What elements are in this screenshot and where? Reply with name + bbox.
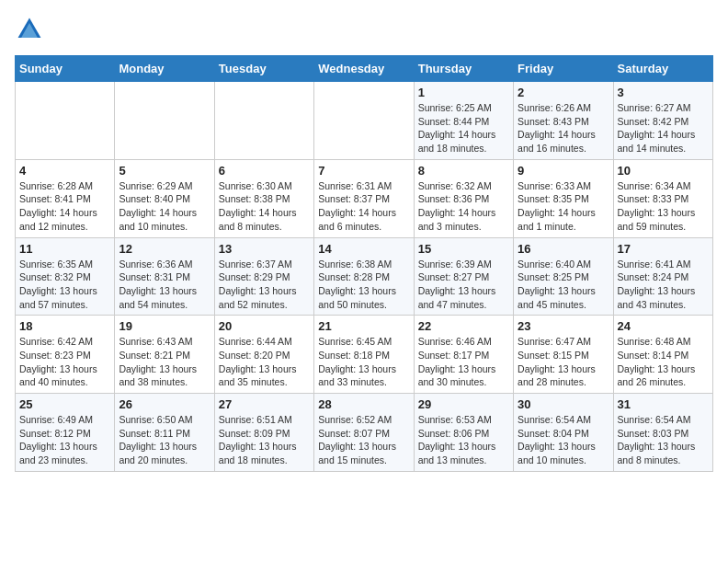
calendar-cell <box>115 82 214 160</box>
day-number: 21 <box>318 319 409 333</box>
day-number: 18 <box>19 319 110 333</box>
day-info: Sunrise: 6:50 AM Sunset: 8:11 PM Dayligh… <box>119 413 210 467</box>
calendar-cell: 12Sunrise: 6:36 AM Sunset: 8:31 PM Dayli… <box>115 237 214 316</box>
day-number: 5 <box>119 164 210 178</box>
day-number: 24 <box>618 319 709 333</box>
day-number: 13 <box>219 242 310 256</box>
calendar-cell: 16Sunrise: 6:40 AM Sunset: 8:25 PM Dayli… <box>514 237 613 316</box>
calendar-cell: 1Sunrise: 6:25 AM Sunset: 8:44 PM Daylig… <box>414 82 513 160</box>
day-number: 17 <box>618 242 709 256</box>
calendar-header-row: SundayMondayTuesdayWednesdayThursdayFrid… <box>16 56 713 82</box>
header-saturday: Saturday <box>613 56 712 82</box>
day-info: Sunrise: 6:42 AM Sunset: 8:23 PM Dayligh… <box>19 335 110 389</box>
logo <box>15 15 48 44</box>
calendar-cell: 19Sunrise: 6:43 AM Sunset: 8:21 PM Dayli… <box>115 316 214 394</box>
day-info: Sunrise: 6:29 AM Sunset: 8:40 PM Dayligh… <box>119 179 210 234</box>
page-header <box>15 15 713 44</box>
header-friday: Friday <box>514 56 613 82</box>
calendar-cell: 20Sunrise: 6:44 AM Sunset: 8:20 PM Dayli… <box>214 316 313 394</box>
day-number: 1 <box>418 86 509 99</box>
day-number: 14 <box>318 242 409 256</box>
day-info: Sunrise: 6:26 AM Sunset: 8:43 PM Dayligh… <box>518 101 609 155</box>
calendar-cell <box>314 82 414 160</box>
calendar-cell: 4Sunrise: 6:28 AM Sunset: 8:41 PM Daylig… <box>16 159 115 237</box>
day-info: Sunrise: 6:47 AM Sunset: 8:15 PM Dayligh… <box>518 335 609 389</box>
day-info: Sunrise: 6:36 AM Sunset: 8:31 PM Dayligh… <box>119 258 210 312</box>
calendar-cell: 11Sunrise: 6:35 AM Sunset: 8:32 PM Dayli… <box>16 237 115 316</box>
day-number: 23 <box>518 319 609 333</box>
day-info: Sunrise: 6:48 AM Sunset: 8:14 PM Dayligh… <box>618 335 709 389</box>
day-info: Sunrise: 6:39 AM Sunset: 8:27 PM Dayligh… <box>418 258 509 312</box>
day-info: Sunrise: 6:37 AM Sunset: 8:29 PM Dayligh… <box>219 258 310 312</box>
calendar-cell: 18Sunrise: 6:42 AM Sunset: 8:23 PM Dayli… <box>16 316 115 394</box>
header-thursday: Thursday <box>414 56 513 82</box>
calendar-cell: 10Sunrise: 6:34 AM Sunset: 8:33 PM Dayli… <box>613 159 712 237</box>
calendar-cell: 24Sunrise: 6:48 AM Sunset: 8:14 PM Dayli… <box>613 316 712 394</box>
day-info: Sunrise: 6:41 AM Sunset: 8:24 PM Dayligh… <box>618 258 709 312</box>
day-number: 28 <box>318 397 409 411</box>
day-info: Sunrise: 6:51 AM Sunset: 8:09 PM Dayligh… <box>219 413 310 467</box>
calendar-cell: 29Sunrise: 6:53 AM Sunset: 8:06 PM Dayli… <box>414 394 513 472</box>
calendar-cell: 14Sunrise: 6:38 AM Sunset: 8:28 PM Dayli… <box>314 237 414 316</box>
day-number: 19 <box>119 319 210 333</box>
day-info: Sunrise: 6:54 AM Sunset: 8:03 PM Dayligh… <box>618 413 709 467</box>
day-info: Sunrise: 6:31 AM Sunset: 8:37 PM Dayligh… <box>318 179 409 234</box>
day-info: Sunrise: 6:32 AM Sunset: 8:36 PM Dayligh… <box>418 179 509 234</box>
day-number: 30 <box>518 397 609 411</box>
day-info: Sunrise: 6:52 AM Sunset: 8:07 PM Dayligh… <box>318 413 409 467</box>
day-number: 22 <box>418 319 509 333</box>
day-info: Sunrise: 6:46 AM Sunset: 8:17 PM Dayligh… <box>418 335 509 389</box>
day-number: 10 <box>618 164 709 178</box>
day-info: Sunrise: 6:34 AM Sunset: 8:33 PM Dayligh… <box>618 179 709 234</box>
header-monday: Monday <box>115 56 214 82</box>
header-sunday: Sunday <box>16 56 115 82</box>
calendar-cell: 27Sunrise: 6:51 AM Sunset: 8:09 PM Dayli… <box>214 394 313 472</box>
day-info: Sunrise: 6:54 AM Sunset: 8:04 PM Dayligh… <box>518 413 609 467</box>
day-number: 4 <box>19 164 110 178</box>
day-info: Sunrise: 6:27 AM Sunset: 8:42 PM Dayligh… <box>618 101 709 155</box>
header-tuesday: Tuesday <box>214 56 313 82</box>
calendar-cell: 22Sunrise: 6:46 AM Sunset: 8:17 PM Dayli… <box>414 316 513 394</box>
day-info: Sunrise: 6:33 AM Sunset: 8:35 PM Dayligh… <box>518 179 609 234</box>
day-number: 31 <box>618 397 709 411</box>
day-number: 15 <box>418 242 509 256</box>
day-info: Sunrise: 6:25 AM Sunset: 8:44 PM Dayligh… <box>418 101 509 155</box>
day-number: 11 <box>19 242 110 256</box>
calendar-cell: 7Sunrise: 6:31 AM Sunset: 8:37 PM Daylig… <box>314 159 414 237</box>
day-info: Sunrise: 6:44 AM Sunset: 8:20 PM Dayligh… <box>219 335 310 389</box>
day-number: 16 <box>518 242 609 256</box>
calendar-cell: 17Sunrise: 6:41 AM Sunset: 8:24 PM Dayli… <box>613 237 712 316</box>
day-info: Sunrise: 6:38 AM Sunset: 8:28 PM Dayligh… <box>318 258 409 312</box>
day-number: 9 <box>518 164 609 178</box>
day-number: 25 <box>19 397 110 411</box>
calendar-cell: 2Sunrise: 6:26 AM Sunset: 8:43 PM Daylig… <box>514 82 613 160</box>
day-number: 29 <box>418 397 509 411</box>
calendar-cell <box>16 82 115 160</box>
calendar-week-row: 4Sunrise: 6:28 AM Sunset: 8:41 PM Daylig… <box>16 159 713 237</box>
logo-icon <box>15 15 44 44</box>
calendar-cell: 5Sunrise: 6:29 AM Sunset: 8:40 PM Daylig… <box>115 159 214 237</box>
calendar-week-row: 11Sunrise: 6:35 AM Sunset: 8:32 PM Dayli… <box>16 237 713 316</box>
day-number: 3 <box>618 86 709 99</box>
calendar-cell: 23Sunrise: 6:47 AM Sunset: 8:15 PM Dayli… <box>514 316 613 394</box>
calendar-cell: 15Sunrise: 6:39 AM Sunset: 8:27 PM Dayli… <box>414 237 513 316</box>
calendar-cell: 8Sunrise: 6:32 AM Sunset: 8:36 PM Daylig… <box>414 159 513 237</box>
calendar-cell: 9Sunrise: 6:33 AM Sunset: 8:35 PM Daylig… <box>514 159 613 237</box>
day-number: 20 <box>219 319 310 333</box>
calendar-week-row: 1Sunrise: 6:25 AM Sunset: 8:44 PM Daylig… <box>16 82 713 160</box>
day-number: 26 <box>119 397 210 411</box>
day-info: Sunrise: 6:49 AM Sunset: 8:12 PM Dayligh… <box>19 413 110 467</box>
calendar-cell: 30Sunrise: 6:54 AM Sunset: 8:04 PM Dayli… <box>514 394 613 472</box>
calendar-cell: 25Sunrise: 6:49 AM Sunset: 8:12 PM Dayli… <box>16 394 115 472</box>
calendar-cell: 21Sunrise: 6:45 AM Sunset: 8:18 PM Dayli… <box>314 316 414 394</box>
day-number: 2 <box>518 86 609 99</box>
day-number: 12 <box>119 242 210 256</box>
calendar-cell: 31Sunrise: 6:54 AM Sunset: 8:03 PM Dayli… <box>613 394 712 472</box>
calendar-cell: 13Sunrise: 6:37 AM Sunset: 8:29 PM Dayli… <box>214 237 313 316</box>
calendar-cell: 28Sunrise: 6:52 AM Sunset: 8:07 PM Dayli… <box>314 394 414 472</box>
day-info: Sunrise: 6:45 AM Sunset: 8:18 PM Dayligh… <box>318 335 409 389</box>
calendar-week-row: 25Sunrise: 6:49 AM Sunset: 8:12 PM Dayli… <box>16 394 713 472</box>
day-info: Sunrise: 6:43 AM Sunset: 8:21 PM Dayligh… <box>119 335 210 389</box>
day-info: Sunrise: 6:30 AM Sunset: 8:38 PM Dayligh… <box>219 179 310 234</box>
calendar-cell: 3Sunrise: 6:27 AM Sunset: 8:42 PM Daylig… <box>613 82 712 160</box>
